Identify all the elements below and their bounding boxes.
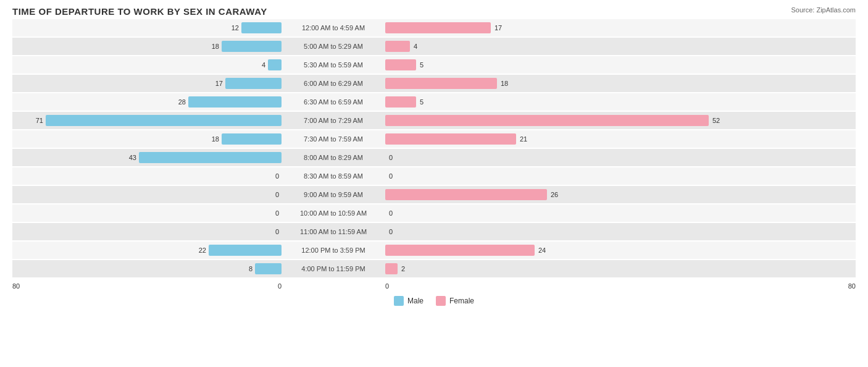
male-value: 28: [178, 98, 186, 106]
right-section: 0: [383, 149, 856, 166]
female-value: 2: [401, 265, 405, 272]
bar-row: 84:00 PM to 11:59 PM2: [12, 260, 856, 277]
female-value: 24: [538, 247, 546, 254]
chart-title: TIME OF DEPARTURE TO WORK BY SEX IN CARA…: [12, 6, 856, 17]
right-section: 5: [383, 93, 856, 111]
right-section: 24: [383, 242, 856, 259]
male-bar: [188, 96, 282, 108]
female-value: 17: [495, 24, 502, 32]
female-value: 0: [389, 154, 393, 161]
male-value: 8: [249, 265, 252, 272]
female-bar: [385, 41, 410, 52]
source-text: Source: ZipAtlas.com: [791, 6, 856, 14]
bar-row: 011:00 AM to 11:59 AM0: [12, 223, 856, 240]
male-bar: [255, 263, 282, 274]
left-section: 43: [12, 149, 284, 166]
male-bar: [209, 245, 282, 256]
bar-row: 1212:00 AM to 4:59 AM17: [12, 19, 856, 36]
right-section: 2: [383, 260, 856, 277]
male-value: 71: [36, 117, 43, 124]
left-section: 8: [12, 260, 284, 277]
female-bar: [385, 22, 491, 33]
left-section: 0: [12, 205, 284, 222]
right-section: 0: [383, 205, 856, 222]
right-section: 4: [383, 38, 856, 55]
right-section: 5: [383, 56, 856, 74]
bar-row: 45:30 AM to 5:59 AM5: [12, 56, 856, 74]
bar-row: 717:00 AM to 7:29 AM52: [12, 112, 856, 129]
right-section: 26: [383, 186, 856, 203]
bar-row: 438:00 AM to 8:29 AM0: [12, 149, 856, 166]
bar-row: 185:00 AM to 5:29 AM4: [12, 38, 856, 55]
time-label: 10:00 AM to 10:59 AM: [284, 209, 383, 217]
female-bar: [385, 115, 709, 126]
chart-container: TIME OF DEPARTURE TO WORK BY SEX IN CARA…: [0, 0, 868, 367]
male-bar: [241, 22, 282, 33]
legend-female-label: Female: [449, 297, 474, 305]
female-value: 21: [520, 135, 527, 143]
axis-right-max: 80: [848, 282, 856, 290]
time-label: 7:00 AM to 7:29 AM: [284, 117, 383, 124]
left-section: 18: [12, 130, 284, 148]
female-value: 5: [420, 61, 424, 69]
female-value: 52: [712, 117, 720, 124]
left-section: 0: [12, 167, 284, 185]
female-bar: [385, 78, 497, 89]
right-section: 52: [383, 112, 856, 129]
female-bar: [385, 263, 398, 274]
female-bar: [385, 189, 547, 200]
axis-row: 80 0 0 80: [12, 280, 856, 292]
left-section: 17: [12, 75, 284, 92]
male-bar: [225, 78, 282, 89]
bar-row: 187:30 AM to 7:59 AM21: [12, 130, 856, 148]
male-value: 22: [199, 247, 206, 254]
axis-left: 80 0: [12, 282, 284, 290]
axis-left-min: 0: [278, 282, 282, 290]
axis-right-min: 0: [385, 282, 389, 290]
male-value: 0: [275, 228, 279, 235]
axis-left-max: 80: [12, 282, 20, 290]
female-bar: [385, 59, 416, 70]
time-label: 12:00 PM to 3:59 PM: [284, 247, 383, 254]
male-value: 43: [129, 154, 136, 161]
bar-row: 08:30 AM to 8:59 AM0: [12, 167, 856, 185]
bar-row: 2212:00 PM to 3:59 PM24: [12, 242, 856, 259]
male-value: 18: [212, 43, 219, 50]
right-section: 21: [383, 130, 856, 148]
female-value: 0: [389, 228, 393, 235]
right-section: 17: [383, 19, 856, 36]
male-bar: [139, 152, 282, 163]
legend-female: Female: [436, 296, 474, 306]
time-label: 8:00 AM to 8:29 AM: [284, 154, 383, 161]
bar-row: 176:00 AM to 6:29 AM18: [12, 75, 856, 92]
female-value: 4: [414, 43, 417, 50]
time-label: 9:00 AM to 9:59 AM: [284, 191, 383, 198]
time-label: 4:00 PM to 11:59 PM: [284, 265, 383, 272]
right-section: 18: [383, 75, 856, 92]
left-section: 0: [12, 186, 284, 203]
time-label: 5:30 AM to 5:59 AM: [284, 61, 383, 69]
left-section: 71: [12, 112, 284, 129]
left-section: 12: [12, 19, 284, 36]
left-section: 4: [12, 56, 284, 74]
legend-female-box: [436, 296, 446, 306]
bar-row: 09:00 AM to 9:59 AM26: [12, 186, 856, 203]
male-value: 12: [232, 24, 239, 32]
male-bar: [222, 41, 282, 52]
female-bar: [385, 133, 516, 145]
time-label: 8:30 AM to 8:59 AM: [284, 172, 383, 180]
left-section: 18: [12, 38, 284, 55]
bar-row: 286:30 AM to 6:59 AM5: [12, 93, 856, 111]
legend-male-box: [394, 296, 404, 306]
right-section: 0: [383, 167, 856, 185]
male-bar: [46, 115, 282, 126]
male-value: 0: [275, 191, 279, 198]
left-section: 28: [12, 93, 284, 111]
time-label: 7:30 AM to 7:59 AM: [284, 135, 383, 143]
male-value: 0: [275, 172, 279, 180]
legend-male-label: Male: [407, 297, 424, 305]
left-section: 22: [12, 242, 284, 259]
female-value: 26: [551, 191, 558, 198]
legend: Male Female: [12, 296, 856, 306]
chart-area: 1212:00 AM to 4:59 AM17185:00 AM to 5:29…: [12, 19, 856, 277]
